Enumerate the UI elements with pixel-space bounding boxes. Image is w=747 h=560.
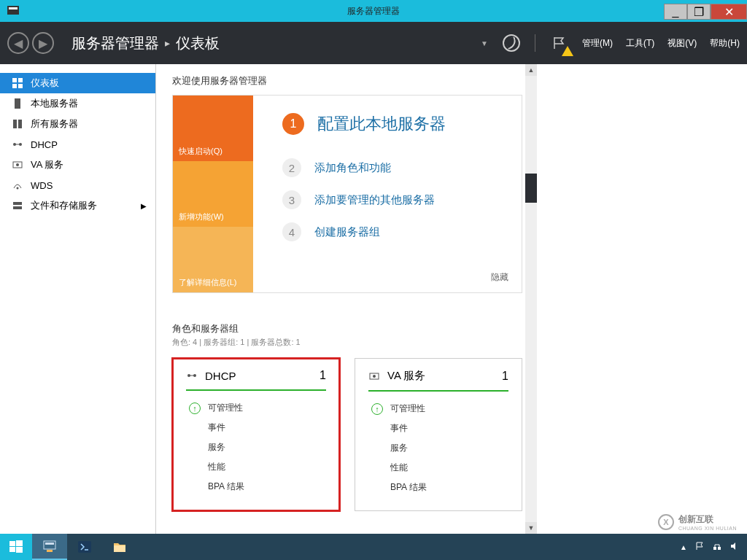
role-card-dhcp[interactable]: DHCP 1 ↑可管理性 事件 服务 性能 BPA 结果 [172,358,340,511]
role-row-bpa[interactable]: BPA 结果 [186,477,326,497]
role-row-label: BPA 结果 [208,481,244,493]
sidebar-item-all-servers[interactable]: 所有服务器 [0,114,155,134]
svg-point-12 [16,163,19,166]
svg-rect-8 [18,120,22,128]
scrollbar-thumb[interactable] [525,174,537,203]
taskbar-item-server-manager[interactable] [32,534,67,560]
tray-flag-icon[interactable] [694,541,705,553]
close-icon: ✕ [724,5,734,19]
tray-network-icon[interactable] [712,541,722,553]
vertical-scrollbar[interactable] [525,64,537,534]
scroll-up-button[interactable]: ▲ [525,64,537,76]
notifications-button[interactable] [549,33,569,53]
refresh-button[interactable] [501,33,522,53]
sidebar-item-local-server[interactable]: 本地服务器 [0,93,155,114]
scroll-down-button[interactable]: ▼ [525,522,537,534]
role-row-label: 可管理性 [208,402,243,414]
role-card-va-services[interactable]: VA 服务 1 ↑可管理性 事件 服务 性能 BPA 结果 [355,358,522,511]
sidebar-item-file-storage[interactable]: 文件和存储服务 ▶ [0,195,155,216]
close-button[interactable]: ✕ [711,4,747,20]
role-row-manageability[interactable]: ↑可管理性 [368,399,508,419]
taskbar-item-powershell[interactable] [67,534,102,560]
sidebar-item-va-services[interactable]: VA 服务 [0,155,155,175]
step-add-servers[interactable]: 3 添加要管理的其他服务器 [282,190,501,209]
welcome-panel: 快速启动(Q) 新增功能(W) 了解详细信息(L) 1 配置此本地服务器 2 添… [172,95,522,293]
nav-forward-button[interactable]: ▶ [32,32,54,54]
start-button[interactable] [0,534,32,560]
svg-point-13 [17,187,19,190]
watermark-brand-en: CHUANG XIN HULIAN [678,526,737,531]
role-card-title: DHCP [205,370,236,382]
role-row-label: 服务 [208,441,225,454]
breadcrumb-root[interactable]: 服务器管理器 [71,34,159,53]
sidebar-item-label: DHCP [31,139,58,150]
sidebar-item-dhcp[interactable]: DHCP [0,134,155,155]
dhcp-icon [12,139,23,150]
dhcp-icon [186,370,198,381]
tab-whatsnew[interactable]: 新增功能(W) [173,161,253,227]
role-row-services[interactable]: 服务 [368,438,508,458]
step-label: 创建服务器组 [314,225,380,239]
role-row-events[interactable]: 事件 [368,419,508,438]
role-row-label: 可管理性 [390,402,425,415]
svg-rect-25 [45,542,54,545]
menu-view[interactable]: 视图(V) [667,37,697,50]
tab-learnmore[interactable]: 了解详细信息(L) [173,227,253,292]
breadcrumb-current[interactable]: 仪表板 [176,34,220,53]
menu-manage[interactable]: 管理(M) [582,37,613,50]
tray-up-icon[interactable]: ▲ [680,543,687,551]
maximize-button[interactable]: ❐ [687,4,711,20]
breadcrumb-separator-icon: ▸ [165,37,170,49]
watermark-brand-cn: 创新互联 [678,513,737,526]
dashboard-icon [12,77,23,89]
svg-rect-28 [114,545,125,552]
role-row-bpa[interactable]: BPA 结果 [368,478,508,497]
nav-back-button[interactable]: ◀ [7,32,29,54]
svg-rect-26 [47,550,53,552]
role-row-label: 性能 [208,461,225,473]
tab-quickstart[interactable]: 快速启动(Q) [173,96,253,161]
sidebar-item-dashboard[interactable]: 仪表板 [0,73,155,93]
role-row-services[interactable]: 服务 [186,438,326,457]
step-label: 配置此本地服务器 [317,113,446,135]
svg-rect-7 [13,120,17,128]
menu-help[interactable]: 帮助(H) [710,37,740,50]
step-label: 添加要管理的其他服务器 [314,193,435,207]
role-row-events[interactable]: 事件 [186,418,326,438]
step-create-group[interactable]: 4 创建服务器组 [282,222,501,241]
welcome-heading: 欢迎使用服务器管理器 [172,74,522,88]
step-number: 4 [282,222,301,241]
step-configure-local-server[interactable]: 1 配置此本地服务器 [282,113,501,135]
svg-rect-23 [16,547,23,553]
chevron-right-icon: ▶ [141,202,147,210]
svg-rect-4 [12,84,17,88]
folder-icon [112,539,128,555]
sidebar-item-label: 仪表板 [31,77,59,90]
taskbar-item-explorer[interactable] [102,534,137,560]
minimize-button[interactable]: _ [664,4,687,20]
status-ok-icon: ↑ [189,402,201,414]
taskbar: ▲ [0,534,747,560]
status-ok-icon: ↑ [371,403,383,415]
tab-label: 新增功能(W) [179,211,224,222]
role-row-label: 事件 [390,422,408,435]
svg-rect-21 [16,540,23,546]
window-titlebar: 服务器管理器 _ ❐ ✕ [0,0,747,22]
svg-rect-5 [18,84,23,88]
svg-point-19 [373,375,376,378]
server-manager-icon [42,538,58,554]
step-add-roles[interactable]: 2 添加角色和功能 [282,158,501,177]
role-row-manageability[interactable]: ↑可管理性 [186,398,326,418]
menu-tools[interactable]: 工具(T) [626,37,654,50]
sidebar-item-label: VA 服务 [31,158,63,171]
role-row-performance[interactable]: 性能 [186,457,326,477]
hide-link[interactable]: 隐藏 [491,271,508,284]
role-row-label: 服务 [390,442,408,454]
roles-subheading: 角色: 4 | 服务器组: 1 | 服务器总数: 1 [172,337,522,348]
role-row-label: BPA 结果 [390,481,427,494]
role-row-performance[interactable]: 性能 [368,458,508,478]
sidebar-item-wds[interactable]: WDS [0,175,155,195]
dropdown-icon[interactable]: ▼ [481,39,488,47]
tray-sound-icon[interactable] [729,541,740,553]
svg-rect-29 [713,547,716,550]
